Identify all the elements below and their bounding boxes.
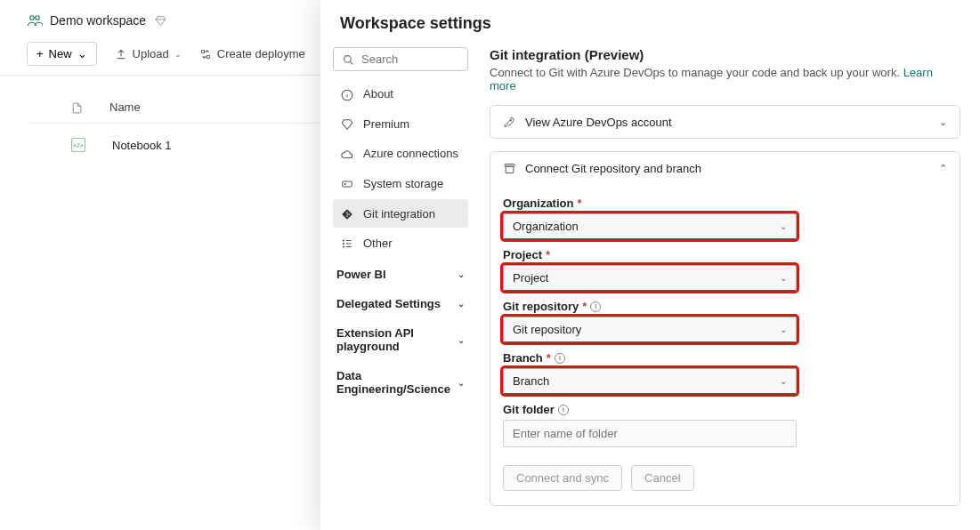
search-input[interactable]: [361, 52, 458, 66]
label-text: Git repository: [503, 300, 579, 313]
info-icon[interactable]: i: [590, 301, 601, 312]
chevron-down-icon: ⌄: [458, 378, 465, 388]
nav-section-delegated[interactable]: Delegated Settings ⌄: [333, 288, 468, 317]
deploy-icon: [199, 47, 212, 61]
svg-point-13: [343, 246, 344, 247]
rocket-icon: [503, 115, 516, 129]
chevron-down-icon: ⌄: [458, 335, 465, 345]
svg-point-14: [510, 120, 511, 121]
required-indicator: *: [577, 197, 581, 210]
svg-point-1: [36, 16, 40, 20]
file-icon: [71, 100, 83, 114]
chevron-down-icon: ⌄: [780, 376, 787, 386]
section-label: Extension API playground: [336, 326, 458, 353]
svg-point-7: [344, 184, 345, 185]
folder-label: Git folder i: [503, 403, 947, 416]
plus-icon: +: [36, 47, 44, 60]
nav-system-storage[interactable]: System storage: [333, 170, 468, 198]
card-title: Connect Git repository and branch: [525, 162, 701, 175]
nav-label: Git integration: [363, 207, 435, 221]
desc-text: Connect to Git with Azure DevOps to mana…: [490, 66, 903, 79]
required-indicator: *: [547, 351, 551, 365]
workspace-settings-panel: Workspace settings About Pre: [320, 0, 980, 530]
upload-label: Upload: [133, 47, 169, 60]
nav-section-powerbi[interactable]: Power BI ⌄: [333, 259, 468, 288]
svg-point-4: [344, 56, 352, 63]
svg-point-2: [201, 51, 205, 54]
nav-section-extension[interactable]: Extension API playground ⌄: [333, 317, 468, 360]
section-label: Data Engineering/Science: [336, 369, 458, 396]
create-deployment-button[interactable]: Create deployme: [199, 47, 305, 61]
card-header[interactable]: Connect Git repository and branch ⌃: [490, 152, 960, 184]
settings-nav: About Premium Azure connections System s…: [320, 44, 481, 530]
deploy-label: Create deployme: [217, 47, 305, 60]
name-column-header: Name: [109, 100, 141, 114]
svg-rect-6: [343, 181, 352, 187]
dropdown-value: Branch: [513, 374, 549, 388]
svg-point-12: [343, 244, 344, 245]
git-folder-input[interactable]: [503, 420, 797, 447]
page-desc: Connect to Git with Azure DevOps to mana…: [490, 66, 960, 92]
chevron-down-icon: ⌄: [780, 221, 787, 231]
nav-label: Premium: [363, 117, 409, 131]
settings-main: Git integration (Preview) Connect to Git…: [481, 44, 980, 530]
required-indicator: *: [546, 248, 550, 261]
search-icon: [343, 52, 354, 66]
workspace-name: Demo workspace: [50, 13, 146, 28]
chevron-down-icon: ⌄: [939, 116, 947, 128]
repo-label: Git repository * i: [503, 300, 947, 313]
svg-point-11: [343, 240, 344, 241]
dropdown-value: Organization: [513, 220, 579, 233]
git-icon: [340, 206, 354, 221]
label-text: Organization: [503, 197, 573, 210]
upload-button[interactable]: Upload ⌄: [115, 47, 182, 61]
list-icon: [340, 237, 354, 251]
panel-title: Workspace settings: [320, 0, 980, 44]
section-label: Power BI: [336, 268, 386, 281]
nav-about[interactable]: About: [333, 80, 468, 108]
chevron-down-icon: ⌄: [174, 50, 182, 59]
branch-dropdown[interactable]: Branch ⌄: [503, 368, 797, 394]
nav-azure-connections[interactable]: Azure connections: [333, 140, 468, 168]
svg-rect-16: [506, 166, 514, 173]
card-body: Organization * Organization ⌄ Project * …: [490, 184, 960, 505]
connect-sync-button[interactable]: Connect and sync: [503, 465, 622, 491]
info-icon[interactable]: i: [555, 353, 565, 364]
nav-premium[interactable]: Premium: [333, 110, 468, 139]
organization-dropdown[interactable]: Organization ⌄: [503, 213, 797, 239]
chevron-down-icon: ⌄: [780, 273, 787, 283]
nav-git-integration[interactable]: Git integration: [333, 199, 468, 228]
page-title: Git integration (Preview): [490, 47, 960, 62]
settings-search[interactable]: [333, 47, 468, 71]
branch-label: Branch * i: [503, 351, 947, 365]
nav-section-data-eng[interactable]: Data Engineering/Science ⌄: [333, 360, 468, 403]
chevron-down-icon: ⌄: [458, 269, 465, 279]
section-label: Delegated Settings: [336, 297, 441, 310]
nav-label: Azure connections: [363, 147, 458, 160]
project-dropdown[interactable]: Project ⌄: [503, 265, 797, 291]
info-icon[interactable]: i: [558, 405, 569, 415]
diamond-icon: [155, 13, 166, 27]
new-button[interactable]: + New ⌄: [27, 42, 97, 66]
cancel-button[interactable]: Cancel: [631, 465, 693, 491]
dropdown-value: Project: [513, 271, 548, 285]
panel-body: About Premium Azure connections System s…: [320, 44, 980, 530]
nav-label: Other: [363, 237, 393, 250]
cloud-icon: [340, 147, 354, 161]
diamond-icon: [340, 117, 354, 132]
nav-label: System storage: [363, 177, 443, 190]
new-button-label: New: [49, 47, 72, 60]
svg-point-0: [30, 16, 35, 20]
label-text: Branch: [503, 351, 543, 365]
dropdown-value: Git repository: [513, 323, 581, 336]
chevron-down-icon: ⌄: [458, 299, 465, 309]
repo-dropdown[interactable]: Git repository ⌄: [503, 317, 797, 342]
upload-icon: [115, 47, 127, 61]
row-name: Notebook 1: [112, 139, 172, 152]
devops-account-card[interactable]: View Azure DevOps account ⌄: [490, 105, 960, 139]
button-row: Connect and sync Cancel: [503, 465, 947, 491]
connect-repo-card: Connect Git repository and branch ⌃ Orga…: [490, 151, 960, 506]
chevron-down-icon: ⌄: [77, 47, 87, 60]
nav-other[interactable]: Other: [333, 229, 468, 258]
card-header[interactable]: View Azure DevOps account ⌄: [490, 106, 960, 138]
